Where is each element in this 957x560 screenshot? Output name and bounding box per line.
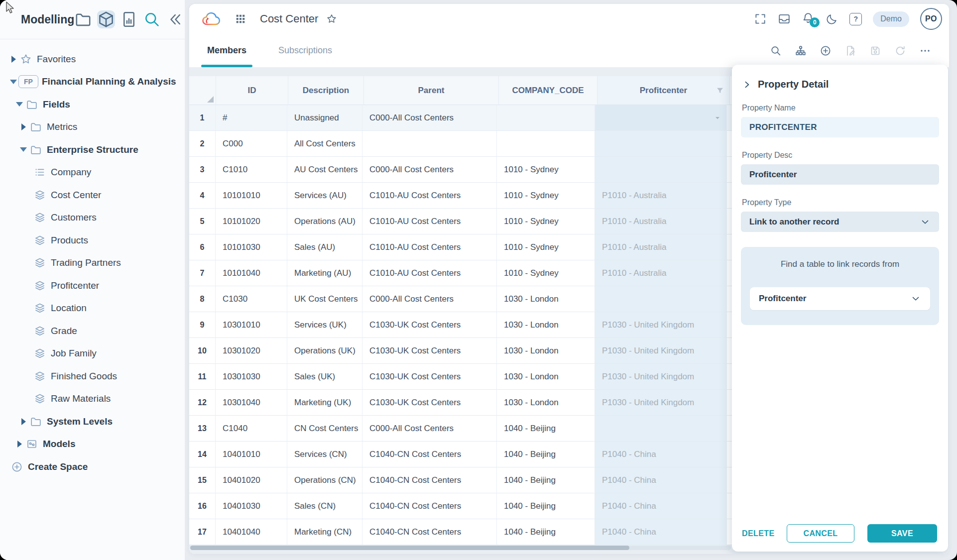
cell-company_code[interactable]: 1010 - Sydney xyxy=(497,260,595,286)
cell-parent[interactable]: C1030-UK Cost Centers xyxy=(362,338,497,364)
cell-company_code[interactable]: 1030 - London xyxy=(497,312,595,338)
inbox-icon[interactable] xyxy=(778,12,791,25)
cell-company_code[interactable]: 1010 - Sydney xyxy=(497,234,595,260)
cell-id[interactable]: 10101040 xyxy=(216,260,287,286)
cell-description[interactable]: Services (AU) xyxy=(287,183,362,209)
cell-description[interactable]: Operations (CN) xyxy=(287,467,362,493)
cell-id[interactable]: 10401030 xyxy=(216,493,287,519)
cell-id[interactable]: C000 xyxy=(216,131,287,157)
cell-profitcenter[interactable] xyxy=(595,105,727,131)
add-member-icon[interactable] xyxy=(820,45,832,57)
delete-button[interactable]: DELETE xyxy=(742,529,775,538)
model-view-icon[interactable] xyxy=(97,10,115,28)
demo-badge[interactable]: Demo xyxy=(873,11,909,27)
sidebar-item-trading-partners[interactable]: Trading Partners xyxy=(0,252,185,275)
sidebar-item-raw-materials[interactable]: Raw Materials xyxy=(0,388,185,411)
cell-profitcenter[interactable]: P1010 - Australia xyxy=(595,234,727,260)
sidebar-item-products[interactable]: Products xyxy=(0,229,185,252)
cell-profitcenter[interactable]: P1030 - United Kingdom xyxy=(595,312,727,338)
cell-company_code[interactable]: 1040 - Beijing xyxy=(497,493,595,519)
collapse-panel-chevron-icon[interactable] xyxy=(743,81,751,89)
cell-parent[interactable]: C1030-UK Cost Centers xyxy=(362,312,497,338)
cell-id[interactable]: 10301030 xyxy=(216,364,287,390)
cell-profitcenter[interactable]: P1040 - China xyxy=(595,442,727,467)
help-icon[interactable]: ? xyxy=(849,13,862,25)
row-number-cell[interactable]: 12 xyxy=(189,390,216,416)
cell-profitcenter[interactable]: P1010 - Australia xyxy=(595,183,727,209)
cell-parent[interactable]: C1040-CN Cost Centers xyxy=(362,519,497,545)
caret-right-icon[interactable] xyxy=(19,418,28,425)
cell-parent[interactable]: C1040-CN Cost Centers xyxy=(362,467,497,493)
cell-parent[interactable]: C000-All Cost Centers xyxy=(362,286,497,312)
cell-parent[interactable]: C1030-UK Cost Centers xyxy=(362,390,497,416)
cell-description[interactable]: Marketing (AU) xyxy=(287,260,362,286)
cell-id[interactable]: # xyxy=(216,105,287,131)
cell-company_code[interactable]: 1030 - London xyxy=(497,390,595,416)
cell-company_code[interactable]: 1040 - Beijing xyxy=(497,467,595,493)
dark-mode-moon-icon[interactable] xyxy=(826,12,838,25)
cell-profitcenter[interactable]: P1040 - China xyxy=(595,467,727,493)
cell-company_code[interactable]: 1040 - Beijing xyxy=(497,416,595,442)
cell-profitcenter[interactable] xyxy=(595,131,727,157)
cell-profitcenter[interactable]: P1010 - Australia xyxy=(595,209,727,234)
cell-company_code[interactable]: 1010 - Sydney xyxy=(497,157,595,183)
cancel-button[interactable]: CANCEL xyxy=(787,524,854,543)
cell-id[interactable]: 10401040 xyxy=(216,519,287,545)
sidebar-item-customers[interactable]: Customers xyxy=(0,207,185,229)
cell-description[interactable]: All Cost Centers xyxy=(287,131,362,157)
select-all-header[interactable] xyxy=(189,76,216,105)
row-number-cell[interactable]: 3 xyxy=(189,157,216,183)
sidebar-item-create-space[interactable]: Create Space xyxy=(0,455,185,478)
cell-id[interactable]: 10101010 xyxy=(216,183,287,209)
cell-company_code[interactable] xyxy=(497,105,595,131)
column-header-COMPANY_CODE[interactable]: COMPANY_CODE xyxy=(499,76,598,105)
caret-down-icon[interactable] xyxy=(19,147,28,152)
notifications-bell-icon[interactable]: 0 xyxy=(802,12,815,25)
cell-id[interactable]: C1030 xyxy=(216,286,287,312)
cell-description[interactable]: Operations (UK) xyxy=(287,338,362,364)
app-grid-icon[interactable] xyxy=(235,13,246,24)
cell-description[interactable]: Services (UK) xyxy=(287,312,362,338)
row-number-cell[interactable]: 10 xyxy=(189,338,216,364)
hierarchy-view-icon[interactable] xyxy=(795,45,807,57)
row-number-cell[interactable]: 6 xyxy=(189,234,216,260)
row-number-cell[interactable]: 5 xyxy=(189,209,216,234)
cell-id[interactable]: 10301010 xyxy=(216,312,287,338)
sidebar-item-finished-goods[interactable]: Finished Goods xyxy=(0,365,185,388)
sidebar-item-fields[interactable]: Fields xyxy=(0,93,185,116)
column-header-Parent[interactable]: Parent xyxy=(364,76,499,105)
more-options-icon[interactable] xyxy=(919,45,931,57)
row-number-cell[interactable]: 7 xyxy=(189,260,216,286)
cell-parent[interactable]: C1040-CN Cost Centers xyxy=(362,493,497,519)
cell-id[interactable]: 10401020 xyxy=(216,467,287,493)
row-number-cell[interactable]: 11 xyxy=(189,364,216,390)
row-number-cell[interactable]: 1 xyxy=(189,105,216,131)
caret-down-icon[interactable] xyxy=(9,80,18,84)
save-button[interactable]: SAVE xyxy=(867,524,937,543)
caret-right-icon[interactable] xyxy=(9,56,18,63)
cell-description[interactable]: Unassigned xyxy=(287,105,362,131)
row-number-cell[interactable]: 9 xyxy=(189,312,216,338)
caret-right-icon[interactable] xyxy=(15,441,24,448)
cell-company_code[interactable]: 1010 - Sydney xyxy=(497,183,595,209)
cell-parent[interactable]: C1010-AU Cost Centers xyxy=(362,234,497,260)
cell-parent[interactable]: C1010-AU Cost Centers xyxy=(362,183,497,209)
cell-id[interactable]: 10101030 xyxy=(216,234,287,260)
sidebar-item-enterprise-structure[interactable]: Enterprise Structure xyxy=(0,138,185,161)
favorite-star-icon[interactable] xyxy=(326,13,337,24)
cell-profitcenter[interactable] xyxy=(595,286,727,312)
cell-id[interactable]: C1040 xyxy=(216,416,287,442)
sidebar-item-grade[interactable]: Grade xyxy=(0,320,185,342)
filter-funnel-icon[interactable] xyxy=(716,86,724,95)
cell-profitcenter[interactable]: P1030 - United Kingdom xyxy=(595,338,727,364)
collapse-sidebar-icon[interactable] xyxy=(166,10,184,28)
app-logo-cloud-icon[interactable] xyxy=(200,10,224,27)
sidebar-item-location[interactable]: Location xyxy=(0,297,185,320)
cell-company_code[interactable]: 1030 - London xyxy=(497,364,595,390)
cell-profitcenter[interactable]: P1040 - China xyxy=(595,519,727,545)
property-desc-input[interactable]: Profitcenter xyxy=(741,164,939,185)
search-grid-icon[interactable] xyxy=(770,45,782,57)
sidebar-item-favorites[interactable]: Favorites xyxy=(0,48,185,71)
row-number-cell[interactable]: 4 xyxy=(189,183,216,209)
user-avatar[interactable]: PO xyxy=(920,8,942,30)
